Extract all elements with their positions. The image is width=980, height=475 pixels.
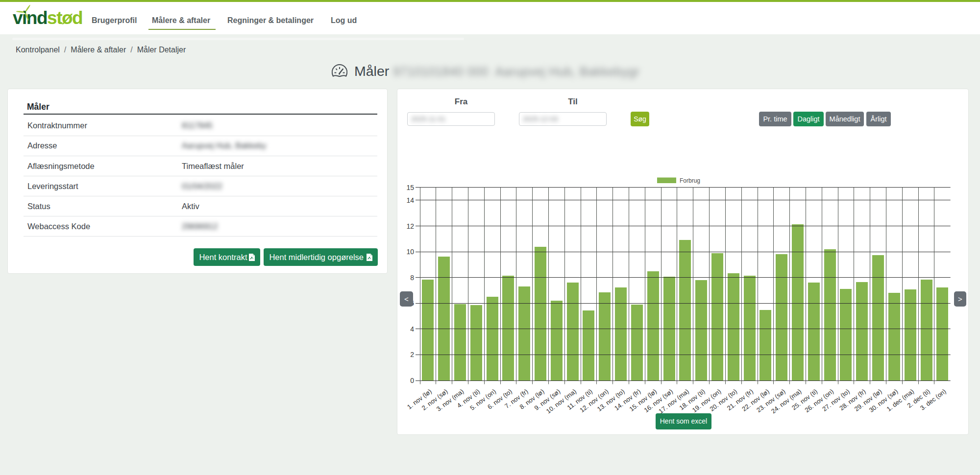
svg-text:15: 15 bbox=[406, 184, 414, 191]
svg-text:4: 4 bbox=[410, 325, 414, 333]
svg-text:14: 14 bbox=[406, 196, 414, 204]
svg-text:vindstød: vindstød bbox=[13, 8, 82, 28]
svg-text:0: 0 bbox=[410, 377, 414, 384]
svg-text:12: 12 bbox=[406, 222, 414, 230]
svg-text:2: 2 bbox=[410, 351, 414, 358]
svg-text:Forbrug: Forbrug bbox=[680, 177, 700, 184]
svg-text:8: 8 bbox=[410, 274, 414, 282]
svg-text:10: 10 bbox=[406, 248, 414, 256]
